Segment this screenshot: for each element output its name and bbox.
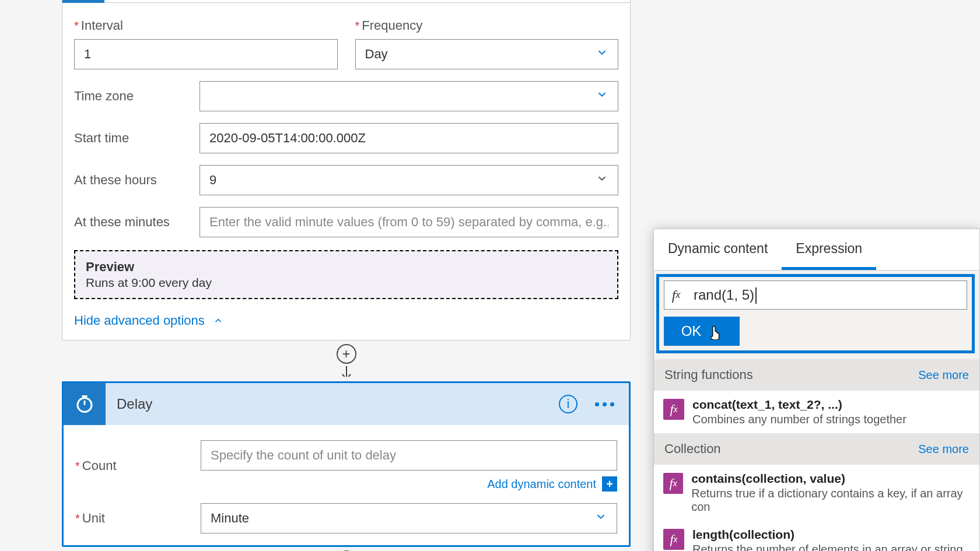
function-signature: contains(collection, value) (691, 472, 970, 486)
hours-select[interactable]: 9 (200, 165, 618, 195)
section-collection-label: Collection (664, 441, 721, 457)
function-description: Returns true if a dictionary contains a … (691, 487, 970, 514)
add-step-button[interactable]: + (337, 344, 356, 364)
chevron-down-icon (596, 88, 608, 104)
expression-input-row: fx rand(1, 5) (664, 280, 967, 310)
starttime-label: Start time (74, 131, 200, 146)
ok-button[interactable]: OK (664, 317, 740, 346)
minutes-label: At these minutes (74, 215, 200, 230)
section-string-label: String functions (664, 367, 753, 382)
hours-value: 9 (209, 173, 216, 188)
timezone-select[interactable] (200, 81, 618, 111)
pointer-cursor-icon (707, 322, 722, 340)
count-label: Count (75, 458, 201, 473)
function-item[interactable]: fx concat(text_1, text_2?, ...) Combines… (654, 391, 979, 433)
chevron-up-icon (213, 315, 223, 326)
add-dynamic-label: Add dynamic content (487, 478, 596, 491)
tab-dynamic-content[interactable]: Dynamic content (654, 229, 782, 270)
unit-label: Unit (75, 511, 201, 526)
count-input[interactable] (201, 440, 617, 471)
expression-input[interactable]: rand(1, 5) (688, 287, 967, 304)
info-icon[interactable]: i (559, 395, 578, 413)
fx-icon: fx (663, 529, 684, 550)
preview-box: Preview Runs at 9:00 every day (74, 250, 618, 299)
minutes-input[interactable] (200, 207, 618, 237)
plus-badge-icon: + (602, 476, 617, 492)
preview-title: Preview (86, 259, 607, 275)
timezone-label: Time zone (74, 89, 200, 104)
preview-body: Runs at 9:00 every day (86, 276, 607, 290)
fx-icon: fx (663, 399, 684, 420)
chevron-down-icon (596, 46, 608, 62)
recurrence-icon (62, 0, 104, 3)
hours-label: At these hours (74, 173, 200, 188)
function-item[interactable]: fx contains(collection, value) Returns t… (654, 465, 979, 521)
delay-more-menu[interactable] (595, 402, 614, 406)
see-more-link[interactable]: See more (918, 368, 969, 382)
function-signature: length(collection) (692, 528, 963, 542)
unit-select[interactable]: Minute (201, 503, 617, 534)
unit-value: Minute (211, 511, 249, 526)
function-description: Returns the number of elements in an arr… (692, 543, 963, 551)
function-signature: concat(text_1, text_2?, ...) (692, 398, 907, 412)
highlight-box: fx rand(1, 5) OK (656, 274, 975, 353)
hide-advanced-label: Hide advanced options (74, 313, 205, 328)
delay-title: Delay (106, 396, 559, 412)
starttime-input[interactable] (200, 123, 618, 153)
arrow-down-icon (341, 366, 352, 377)
expression-popup: Dynamic content Expression fx rand(1, 5)… (653, 229, 980, 551)
chevron-down-icon (596, 172, 608, 188)
frequency-label: Frequency (355, 18, 619, 33)
frequency-value: Day (365, 47, 388, 62)
interval-input[interactable] (74, 39, 338, 69)
chevron-down-icon (594, 510, 607, 527)
fx-icon: fx (664, 281, 688, 309)
function-description: Combines any number of strings together (692, 413, 907, 426)
ok-label: OK (681, 323, 702, 339)
delay-icon (64, 383, 106, 425)
tab-expression[interactable]: Expression (782, 229, 876, 270)
hide-advanced-link[interactable]: Hide advanced options (74, 313, 618, 328)
fx-icon: fx (663, 473, 683, 494)
section-string-functions: String functions See more (654, 359, 979, 391)
interval-label: Interval (74, 18, 338, 33)
function-item[interactable]: fx length(collection) Returns the number… (654, 521, 979, 551)
see-more-link[interactable]: See more (918, 443, 969, 456)
delay-header: Delay i (64, 383, 629, 425)
frequency-select[interactable]: Day (355, 39, 619, 69)
add-dynamic-content-link[interactable]: Add dynamic content + (201, 476, 617, 492)
expression-value: rand(1, 5) (694, 287, 754, 303)
section-collection: Collection See more (654, 433, 979, 465)
